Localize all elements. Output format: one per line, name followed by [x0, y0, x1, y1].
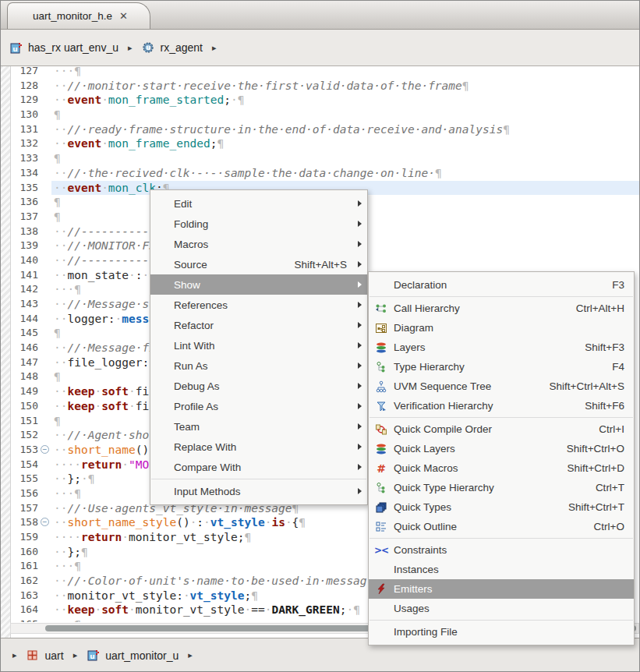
menu-item-show[interactable]: Show	[150, 274, 367, 295]
submenu-arrow-icon	[358, 302, 362, 308]
fold-column	[40, 108, 51, 122]
menu-item-quick-type-hierarchy[interactable]: Quick Type HierarchyCtrl+T	[369, 478, 634, 497]
layers-icon	[369, 443, 394, 455]
line-number: 137	[10, 210, 40, 225]
chevron-right-icon[interactable]: ▸	[212, 44, 217, 52]
menu-item-label: Quick Outline	[394, 521, 594, 532]
menu-item-uvm-sequence-tree[interactable]: UVM Sequence TreeShift+Ctrl+Alt+S	[369, 377, 634, 396]
submenu-arrow-icon	[358, 281, 362, 288]
line-number: 148	[10, 370, 40, 384]
submenu-arrow-icon	[358, 363, 362, 369]
menu-item-call-hierarchy[interactable]: Call HierarchyCtrl+Alt+H	[369, 299, 634, 318]
fold-column	[40, 151, 51, 166]
type-hierarchy-icon	[369, 361, 394, 373]
menu-item-label: Input Methods	[174, 486, 358, 497]
menu-item-label: Team	[174, 421, 358, 433]
code-text[interactable]: ···¶	[51, 66, 640, 79]
code-text[interactable]: ··//·ready·frame·structure·in·the·end·of…	[51, 122, 640, 137]
line-number: 158	[10, 515, 40, 530]
menu-item-folding[interactable]: Folding	[150, 214, 367, 234]
menu-item-type-hierarchy[interactable]: Type HierarchyF4	[369, 357, 634, 377]
fold-column	[40, 399, 51, 414]
fold-column	[40, 239, 51, 253]
menu-item-quick-layers[interactable]: Quick LayersShift+Ctrl+O	[369, 439, 634, 458]
menu-item-quick-types[interactable]: Quick TypesShift+Ctrl+T	[369, 497, 634, 517]
menu-item-quick-outline[interactable]: Quick OutlineCtrl+O	[369, 517, 634, 536]
menu-separator	[151, 479, 366, 479]
menu-item-importing-file[interactable]: Importing File	[369, 622, 634, 642]
breadcrumb-label: uart	[45, 649, 64, 662]
menu-item-label: Verification Hierarchy	[394, 400, 585, 412]
code-text[interactable]: ··event·mon_frame_ended;¶	[51, 136, 640, 151]
menu-item-declaration[interactable]: DeclarationF3	[369, 275, 634, 295]
uvm-sequence-tree-icon	[369, 380, 394, 393]
code-text[interactable]: ··event·mon_frame_started;·¶	[51, 93, 640, 108]
breadcrumb-item-uart[interactable]: uart	[27, 649, 64, 662]
menu-item-profile-as[interactable]: Profile As	[150, 396, 367, 416]
chevron-right-icon[interactable]: ▸	[128, 44, 133, 52]
menu-item-team[interactable]: Team	[150, 416, 367, 437]
line-number: 128	[10, 79, 40, 94]
tab-uart-monitor[interactable]: uart_monitor_h.e ✕	[7, 2, 150, 29]
breadcrumb-item-rx-agent[interactable]: urx_agent	[142, 41, 203, 54]
fold-column	[40, 589, 51, 603]
menu-item-label: Importing File	[394, 626, 634, 638]
menu-item-label: Lint With	[174, 340, 358, 352]
menu-item-layers[interactable]: LayersShift+F3	[369, 338, 634, 357]
quick-types-icon	[369, 501, 394, 514]
close-icon[interactable]: ✕	[119, 10, 128, 22]
line-number: 140	[10, 253, 40, 268]
menu-item-refactor[interactable]: Refactor	[150, 315, 367, 335]
fold-column	[40, 181, 51, 196]
line-number: 135	[10, 181, 40, 196]
context-menu: EditFoldingMacrosSourceShift+Alt+SShowRe…	[150, 189, 368, 505]
menu-item-debug-as[interactable]: Debug As	[150, 376, 367, 396]
breadcrumb-item-uart-monitor-u[interactable]: uuart_monitor_u	[87, 649, 179, 662]
tab-title: uart_monitor_h.e	[33, 10, 112, 22]
menu-item-lint-with[interactable]: Lint With	[150, 335, 367, 355]
quick-compile-order-icon	[369, 423, 394, 436]
menu-item-compare-with[interactable]: Compare With	[150, 457, 367, 477]
fold-column	[40, 559, 51, 574]
line-number: 162	[10, 574, 40, 589]
menu-item-source[interactable]: SourceShift+Alt+S	[150, 254, 367, 274]
fold-column	[40, 93, 51, 108]
menu-item-input-methods[interactable]: Input Methods	[150, 481, 367, 501]
menu-item-run-as[interactable]: Run As	[150, 355, 367, 376]
breadcrumb-expand-arrow-icon[interactable]: ▸	[12, 651, 17, 660]
code-text[interactable]: ¶	[51, 151, 640, 166]
chevron-right-icon[interactable]: ▸	[73, 651, 78, 660]
menu-item-references[interactable]: References	[150, 295, 367, 315]
menu-item-diagram[interactable]: Diagram	[369, 318, 634, 338]
breadcrumb-item-has-rx-uart-env-u[interactable]: uhas_rx uart_env_u	[9, 41, 118, 54]
fold-column: −	[40, 443, 51, 458]
menu-item-quick-macros[interactable]: #Quick MacrosShift+Ctrl+D	[369, 458, 634, 478]
e-file-icon	[15, 10, 27, 23]
line-number: 141	[10, 268, 40, 283]
code-text[interactable]: ··//·the·recived·clk·-·-·sample·the·data…	[51, 166, 640, 181]
menu-item-emitters[interactable]: Emitters	[369, 579, 634, 599]
fold-column	[40, 472, 51, 486]
fold-collapse-icon[interactable]: −	[41, 518, 49, 526]
line-number: 149	[10, 384, 40, 399]
menu-item-macros[interactable]: Macros	[150, 234, 367, 254]
menu-item-edit[interactable]: Edit	[150, 193, 367, 214]
menu-item-instances[interactable]: Instances	[369, 560, 634, 579]
submenu-arrow-icon	[358, 342, 362, 348]
menu-item-usages[interactable]: Usages	[369, 599, 634, 618]
fold-column	[40, 428, 51, 443]
code-text[interactable]: ¶	[51, 108, 640, 122]
agent-gear-icon: u	[142, 41, 154, 54]
menu-item-label: UVM Sequence Tree	[394, 380, 550, 392]
menu-item-replace-with[interactable]: Replace With	[150, 437, 367, 457]
code-text[interactable]: ··//·monitor·start·receive·the·first·val…	[51, 79, 640, 94]
menu-item-label: Quick Types	[394, 501, 568, 513]
submenu-arrow-icon	[358, 423, 362, 430]
fold-collapse-icon[interactable]: −	[41, 445, 49, 454]
menu-item-verification-hierarchy[interactable]: Verification HierarchyShift+F6	[369, 396, 634, 416]
chevron-right-icon[interactable]: ▸	[188, 651, 193, 660]
menu-item-constraints[interactable]: ><Constraints	[369, 540, 634, 560]
menu-item-quick-compile-order[interactable]: Quick Compile OrderCtrl+I	[369, 419, 634, 439]
line-number: 146	[10, 341, 40, 355]
menu-item-label: Type Hierarchy	[394, 361, 612, 373]
